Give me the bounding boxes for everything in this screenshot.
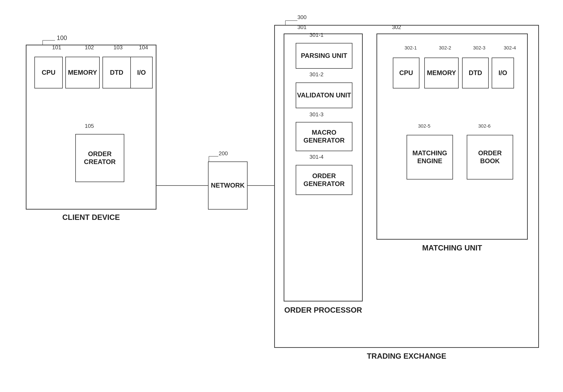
memory-302-2-label: MEMORY — [427, 69, 456, 77]
ref-301-1: 301-1 — [309, 32, 323, 38]
io-104-box: I/O — [130, 57, 153, 88]
ref-302-1: 302-1 — [405, 45, 417, 51]
io-302-4-label: I/O — [499, 69, 507, 77]
macro-generator-label: MACRO GENERATOR — [303, 129, 345, 144]
ref-302-6: 302-6 — [478, 123, 491, 129]
validation-unit-label: VALIDATON UNIT — [297, 91, 351, 99]
dtd-302-3-label: DTD — [469, 69, 482, 77]
parsing-unit-label: PARSING UNIT — [301, 52, 347, 60]
cpu-302-1-box: CPU — [393, 58, 420, 88]
client-device-label: CLIENT DEVICE — [26, 213, 156, 221]
memory-302-2-box: MEMORY — [424, 58, 459, 88]
matching-engine-box: MATCHING ENGINE — [407, 135, 453, 180]
order-generator-label: ORDER GENERATOR — [303, 172, 345, 188]
matching-engine-label: MATCHING ENGINE — [412, 149, 447, 165]
ref-102: 102 — [85, 44, 94, 51]
memory-102-label: MEMORY — [68, 69, 97, 77]
ref-103: 103 — [114, 44, 123, 51]
ref-301-2: 301-2 — [309, 71, 323, 78]
order-processor-label: ORDER PROCESSOR — [284, 306, 363, 314]
memory-102-box: MEMORY — [65, 57, 100, 88]
network-label: NETWORK — [211, 182, 245, 189]
ref-104: 104 — [139, 44, 148, 51]
matching-unit-label: MATCHING UNIT — [376, 244, 528, 252]
ref-302-5: 302-5 — [418, 123, 430, 129]
diagram: CLIENT DEVICE 100 CPU 101 MEMORY 102 DTD… — [0, 0, 563, 392]
ref-301-4: 301-4 — [309, 154, 323, 160]
cpu-101-box: CPU — [34, 57, 63, 88]
ref-105: 105 — [85, 123, 94, 129]
validation-unit-box: VALIDATON UNIT — [296, 83, 352, 108]
trading-exchange-label: TRADING EXCHANGE — [274, 352, 539, 360]
cpu-101-label: CPU — [42, 69, 55, 77]
ref-302-4: 302-4 — [504, 45, 516, 51]
io-104-label: I/O — [137, 69, 146, 77]
order-creator-box: ORDER CREATOR — [75, 134, 124, 182]
io-302-4-box: I/O — [492, 58, 514, 88]
ref-302-3: 302-3 — [473, 45, 486, 51]
ref-100: 100 — [57, 34, 67, 42]
ref-301: 301 — [297, 24, 307, 30]
network-box: NETWORK — [208, 161, 248, 209]
macro-generator-box: MACRO GENERATOR — [296, 122, 352, 151]
parsing-unit-box: PARSING UNIT — [296, 43, 352, 69]
order-book-label: ORDER BOOK — [478, 149, 502, 165]
ref-101: 101 — [52, 44, 61, 51]
ref-302-2: 302-2 — [439, 45, 451, 51]
ref-302: 302 — [392, 24, 401, 30]
dtd-103-label: DTD — [110, 69, 123, 77]
cpu-302-1-label: CPU — [399, 69, 413, 77]
dtd-103-box: DTD — [102, 57, 131, 88]
order-creator-label: ORDER CREATOR — [84, 150, 115, 166]
order-book-box: ORDER BOOK — [467, 135, 513, 180]
ref-200: 200 — [219, 150, 228, 157]
dtd-302-3-box: DTD — [462, 58, 489, 88]
ref-300: 300 — [297, 14, 307, 20]
ref-301-3: 301-3 — [309, 111, 323, 118]
order-generator-box: ORDER GENERATOR — [296, 165, 352, 195]
